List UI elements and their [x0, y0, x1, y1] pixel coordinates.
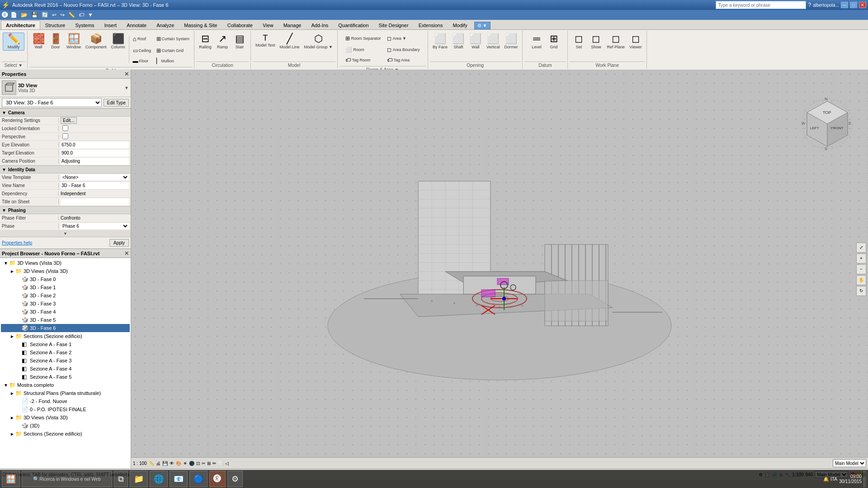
notification-icon[interactable]: 🔔 [823, 477, 829, 482]
shadow-icon[interactable]: 🌑 [189, 461, 194, 466]
level-button[interactable]: ═ Level [528, 33, 545, 51]
tab-massing[interactable]: Massing & Site [179, 20, 222, 29]
model-line-button[interactable]: ╱ Model Line [278, 33, 301, 51]
title-on-sheet-input[interactable] [61, 198, 129, 206]
component-button[interactable]: 📦 Component [84, 33, 108, 51]
graphic-icon[interactable]: 🎨 [176, 461, 181, 466]
show-desktop-button[interactable] [863, 471, 866, 487]
tree-item[interactable]: ► 📁 Sections (Sezione edificio) [1, 430, 130, 438]
door-button[interactable]: 🚪 Door [47, 33, 64, 51]
tag-button[interactable]: 🏷 [77, 11, 85, 19]
modify-button[interactable]: ✏️ Modify [3, 33, 24, 51]
open-button[interactable]: 📂 [19, 11, 29, 19]
crop-toggle[interactable]: ⊞ [207, 461, 211, 466]
by-face-button[interactable]: ⬜ By Face [431, 33, 449, 51]
highlight-icon[interactable]: ⬜ [218, 461, 223, 466]
railing-button[interactable]: ⊟ Railing [197, 33, 213, 51]
tree-item[interactable]: ► 📁 3D Views (Vista 3D) [1, 413, 130, 422]
tab-structure[interactable]: Structure [40, 20, 71, 29]
tree-item[interactable]: 🎲 3D - Fase 5 [1, 316, 130, 324]
tab-quantification[interactable]: Quantification [333, 20, 373, 29]
tab-architecture[interactable]: Architecture [1, 20, 40, 29]
tree-item[interactable]: ◧ Sezione A - Fase 1 [1, 340, 130, 348]
tag-room-button[interactable]: 🏷 Tag Room [344, 55, 384, 65]
tab-modify[interactable]: Modify [448, 20, 472, 29]
tree-item[interactable]: ◧ Sezione A - Fase 5 [1, 373, 130, 381]
tab-insert[interactable]: Insert [99, 20, 122, 29]
set-button[interactable]: ◻ Set [571, 33, 587, 51]
tag-area-button[interactable]: 🏷 Tag Area [385, 55, 421, 65]
tree-item[interactable]: 🎲 3D - Fase 6 [1, 324, 130, 332]
redo-button[interactable]: ↪ [59, 11, 66, 19]
pan-button[interactable]: ✋ [856, 275, 866, 285]
tree-item[interactable]: 🎲 3D - Fase 2 [1, 291, 130, 300]
close-button[interactable]: ✕ [859, 2, 866, 8]
identity-section-header[interactable]: ▼ Identity Data [0, 165, 131, 174]
eye-elevation-input[interactable] [61, 141, 129, 149]
close-hidden[interactable]: ◁ [225, 461, 229, 466]
wall-button[interactable]: 🧱 Wall [30, 33, 47, 51]
sun-icon[interactable]: ☀ [183, 461, 187, 466]
tab-sitedesigner[interactable]: Site Designer [374, 20, 414, 29]
shaft-button[interactable]: ⬜ Shaft [450, 33, 467, 51]
tree-item[interactable]: 🎲 3D - Fase 1 [1, 283, 130, 291]
vertical-button[interactable]: ⬜ Vertical [485, 33, 502, 51]
tree-item[interactable]: ▼ 📁 3D Views (Vista 3D) [1, 259, 130, 267]
browser-tree[interactable]: ▼ 📁 3D Views (Vista 3D) ► 📁 3D Views (Vi… [0, 258, 131, 469]
tree-item[interactable]: ► 📁 3D Views (Vista 3D) [1, 267, 130, 275]
tree-item[interactable]: 🎲 3D - Fase 3 [1, 300, 130, 308]
room-separator-button[interactable]: ⊞ Room Separator [344, 33, 384, 44]
sync-button[interactable]: 🔄 [40, 11, 50, 19]
revit-btn[interactable]: 🅡 [209, 471, 226, 487]
ref-plane-button[interactable]: ◻ Ref Plane [605, 33, 627, 51]
zoom-in-button[interactable]: + [856, 253, 866, 263]
wall-opening-button[interactable]: ⬜ Wall [467, 33, 484, 51]
save-button[interactable]: 💾 [30, 11, 39, 19]
show-hidden-icon[interactable]: ⊡ [196, 461, 200, 466]
mail-btn[interactable]: 📧 [170, 471, 188, 487]
zoom-out-button[interactable]: − [856, 264, 866, 274]
tab-addins[interactable]: Add-Ins [306, 20, 333, 29]
column-button[interactable]: ⬛ Column [109, 33, 127, 51]
curtain-system-button[interactable]: ⊞ Curtain System [155, 33, 192, 45]
mullion-button[interactable]: ▏ Mullion [155, 56, 192, 66]
view-name-dropdown[interactable]: 3D View: 3D - Fase 6 [2, 98, 102, 107]
show-button[interactable]: ◻ Show [588, 33, 604, 51]
orbit-button[interactable]: ↻ [856, 286, 866, 296]
edit-type-button[interactable]: Edit Type [104, 99, 129, 107]
roof-button[interactable]: ⌂ Roof [131, 33, 154, 45]
tree-item[interactable]: ► 📁 Structural Plans (Pianta strutturale… [1, 389, 130, 397]
tab-annotate[interactable]: Annotate [122, 20, 151, 29]
ramp-button[interactable]: ↗ Ramp [214, 33, 231, 51]
tree-item[interactable]: ◧ Sezione A - Fase 4 [1, 365, 130, 373]
browser-btn[interactable]: 🌐 [150, 471, 168, 487]
rendering-edit-button[interactable]: Edit... [61, 117, 77, 124]
visibility-icon[interactable]: 👁 [170, 461, 174, 466]
project-browser-close-button[interactable]: ✕ [124, 250, 129, 257]
new-button[interactable]: 📄 [9, 11, 19, 19]
tree-item[interactable]: ◧ Sezione A - Fase 3 [1, 357, 130, 365]
task-view-button[interactable]: ⧉ [114, 471, 128, 487]
start-button[interactable]: 🪟 [2, 471, 20, 487]
stair-button[interactable]: ▤ Stair [231, 33, 248, 51]
floor-button[interactable]: ▬ Floor [131, 56, 154, 66]
phase-dropdown[interactable]: Phase 6 [61, 223, 129, 229]
model-group-button[interactable]: ⬡ Model Group ▼ [302, 33, 334, 51]
ceiling-button[interactable]: ▭ Ceiling [131, 46, 154, 56]
area-button[interactable]: ◻ Area ▼ [385, 33, 421, 44]
camera-section-header[interactable]: ▼ Camera [0, 108, 131, 117]
options-button[interactable]: ⚙ ▼ [474, 22, 491, 29]
print-icon[interactable]: 🖨 [156, 461, 160, 466]
properties-close-button[interactable]: ✕ [124, 71, 129, 77]
grid-button[interactable]: ⊞ Grid [546, 33, 562, 51]
annotate-icon[interactable]: ✏ [212, 461, 216, 466]
properties-help-link[interactable]: Properties help [2, 240, 32, 245]
perspective-checkbox[interactable] [62, 133, 68, 139]
viewport[interactable]: TOP LEFT FRONT N E S W ⤢ + − ✋ ↻ [131, 70, 868, 469]
minimize-button[interactable]: — [841, 2, 848, 8]
app1-btn[interactable]: 🔵 [189, 471, 208, 487]
save-icon[interactable]: 💾 [162, 461, 168, 466]
phasing-section-header[interactable]: ▼ Phasing [0, 206, 131, 214]
view-template-dropdown[interactable]: <None> [61, 174, 129, 180]
settings-button[interactable]: ▼ [86, 11, 94, 19]
